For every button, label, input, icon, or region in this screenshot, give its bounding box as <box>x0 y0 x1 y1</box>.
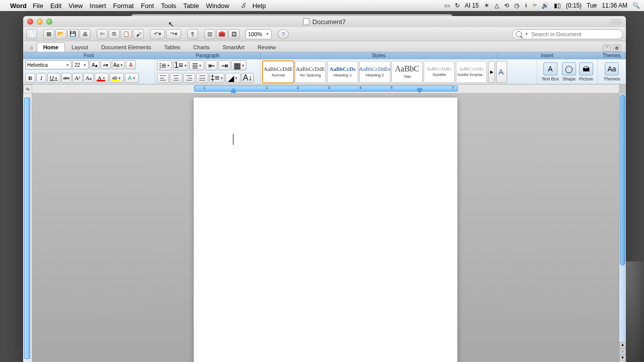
tab-home-icon[interactable]: ⌂ <box>26 42 37 52</box>
insert-shape-button[interactable]: ◯ Shape <box>562 62 576 81</box>
print-button[interactable]: 🖶 <box>79 29 91 39</box>
tab-document-elements[interactable]: Document Elements <box>95 42 157 52</box>
status-icon[interactable]: ▭ <box>444 2 450 9</box>
change-case-button[interactable]: Aa▼ <box>112 60 125 69</box>
volume-icon[interactable]: 🔊 <box>541 2 549 9</box>
insert-picture-button[interactable]: 🏔 Picture <box>579 62 593 81</box>
clock-day[interactable]: Tue <box>587 2 597 9</box>
menu-insert[interactable]: Insert <box>90 2 106 10</box>
new-button[interactable]: 📄 <box>26 29 37 39</box>
zoom-combo[interactable]: 100% ▼ <box>246 29 272 39</box>
numbering-button[interactable]: 1≡▼ <box>173 60 188 70</box>
style-heading-2[interactable]: AaBbCcDdEe Heading 2 <box>359 61 390 83</box>
status-ai[interactable]: AI 15 <box>465 2 479 9</box>
spotlight-icon[interactable]: 🔍 <box>632 2 640 9</box>
window-titlebar[interactable]: Document7 <box>23 16 626 27</box>
align-right-button[interactable] <box>183 73 195 83</box>
ruler-corner-button[interactable]: ↹ <box>23 84 32 94</box>
style-subtitle[interactable]: AaBbCcDdEe Subtitle <box>424 61 455 83</box>
ribbon-options-button[interactable]: ⚙ <box>613 45 621 52</box>
menu-tools[interactable]: Tools <box>161 2 176 10</box>
status-icon[interactable]: ↻ <box>455 2 460 9</box>
timemachine-icon[interactable]: ◷ <box>514 2 519 9</box>
borders-button[interactable]: ▦▼ <box>231 60 247 70</box>
italic-button[interactable]: I <box>36 73 46 83</box>
help-button[interactable]: ? <box>278 29 289 39</box>
menu-table[interactable]: Table <box>183 2 199 10</box>
styles-pane-button[interactable]: Aᵢ <box>496 61 507 83</box>
toolbox-button[interactable]: 🧰 <box>216 29 227 39</box>
browse-object-button[interactable]: ○ <box>619 348 626 354</box>
menu-window[interactable]: Window <box>206 2 229 10</box>
gdrive-icon[interactable]: △ <box>495 2 499 9</box>
clear-formatting-button[interactable]: A <box>126 60 136 69</box>
tab-home[interactable]: Home <box>37 42 65 52</box>
insert-textbox-button[interactable]: A Text Box <box>541 62 559 81</box>
cut-button[interactable]: ✄ <box>97 29 108 39</box>
weather-icon[interactable]: ☀ <box>484 2 490 9</box>
toolbar-grip-icon[interactable] <box>610 19 622 24</box>
minimize-button[interactable] <box>37 19 43 25</box>
decrease-indent-button[interactable]: ⇤ <box>205 60 217 70</box>
font-color-button[interactable]: A▼ <box>95 73 109 83</box>
align-left-button[interactable] <box>157 73 169 83</box>
tab-smartart[interactable]: SmartArt <box>216 42 251 52</box>
app-name[interactable]: Word <box>10 2 27 10</box>
redo-button[interactable]: ↷▾ <box>166 29 181 39</box>
bluetooth-icon[interactable]: ᚼ <box>524 2 528 9</box>
zoom-button[interactable] <box>46 19 52 25</box>
themes-button[interactable]: Aa Themes <box>604 62 620 81</box>
close-button[interactable] <box>27 19 33 25</box>
search-field[interactable]: ▼ <box>512 29 623 39</box>
tab-charts[interactable]: Charts <box>187 42 216 52</box>
scrollbar-thumb[interactable] <box>620 95 625 265</box>
font-size-combo[interactable]: 22▼ <box>72 60 89 69</box>
tab-review[interactable]: Review <box>251 42 282 52</box>
vertical-ruler[interactable] <box>23 94 32 362</box>
style-subtle-emphasis[interactable]: AaBbCcDdEe Subtle Empha... <box>456 61 487 83</box>
shrink-font-button[interactable]: A▾ <box>101 60 111 69</box>
ribbon-collapse-button[interactable]: ˄ <box>603 45 611 52</box>
align-justify-button[interactable] <box>196 73 208 83</box>
style-title[interactable]: AaBbC Title <box>391 61 423 83</box>
sort-button[interactable]: A↓ <box>242 73 254 83</box>
show-formatting-button[interactable]: ¶ <box>187 29 198 39</box>
text-effects-button[interactable]: A▼ <box>125 73 139 83</box>
vertical-scrollbar[interactable]: ▲ ○ ▼ <box>619 94 626 362</box>
first-line-indent-marker[interactable] <box>231 88 236 93</box>
style-normal[interactable]: AaBbCcDdE Normal <box>263 61 294 83</box>
format-painter-button[interactable]: 🖌 <box>133 29 144 39</box>
align-center-button[interactable] <box>170 73 182 83</box>
battery-time[interactable]: (0:15) <box>566 2 582 9</box>
multilevel-list-button[interactable]: ≣▼ <box>189 60 204 70</box>
undo-button[interactable]: ↶▾ <box>150 29 165 39</box>
underline-button[interactable]: U▼ <box>47 73 60 83</box>
new-from-template-button[interactable]: ▦ <box>43 29 54 39</box>
increase-indent-button[interactable]: ⇥ <box>218 60 230 70</box>
menu-format[interactable]: Format <box>113 2 134 10</box>
search-input[interactable] <box>531 31 619 37</box>
wifi-icon[interactable]: ⌔ <box>533 2 536 9</box>
tab-tables[interactable]: Tables <box>157 42 187 52</box>
bold-button[interactable]: B <box>25 73 35 83</box>
highlight-button[interactable]: ab▼ <box>110 73 124 83</box>
open-button[interactable]: 📂 <box>55 29 66 39</box>
shading-button[interactable]: ◢▼ <box>225 73 240 83</box>
next-page-button[interactable]: ▼ <box>619 355 626 361</box>
horizontal-ruler[interactable]: 1 1 2 3 4 5 7 <box>32 84 619 94</box>
grow-font-button[interactable]: A▴ <box>90 60 100 69</box>
document-page[interactable] <box>194 98 457 362</box>
paste-button[interactable]: 📋 <box>121 29 132 39</box>
bullets-button[interactable]: ⁝≡▼ <box>157 60 172 70</box>
menu-view[interactable]: View <box>68 2 83 10</box>
menu-edit[interactable]: Edit <box>50 2 61 10</box>
menu-help[interactable]: Help <box>253 2 266 10</box>
media-browser-button[interactable]: 🖼 <box>228 29 239 39</box>
strikethrough-button[interactable]: abc <box>61 73 71 83</box>
styles-scroll-button[interactable]: ▶ <box>488 61 495 83</box>
menu-file[interactable]: File <box>33 2 43 10</box>
subscript-button[interactable]: A₂ <box>84 73 94 83</box>
menu-font[interactable]: Font <box>141 2 154 10</box>
style-heading-1[interactable]: AaBbCcDc Heading 1 <box>327 61 358 83</box>
prev-page-button[interactable]: ▲ <box>619 342 626 348</box>
